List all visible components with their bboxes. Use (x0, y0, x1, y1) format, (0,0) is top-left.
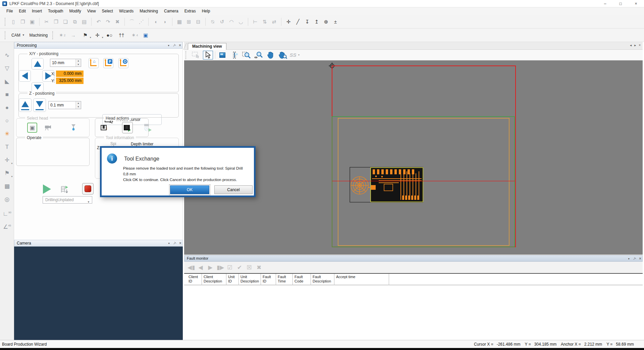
save-layout-icon[interactable]: ▣ (142, 31, 150, 39)
processing-panel-header[interactable]: Processing (14, 42, 182, 49)
erase-icon[interactable]: ⍉ (209, 18, 217, 26)
clear-selected-icon[interactable]: ☒ (246, 264, 253, 271)
paste-icon[interactable]: ❏ (61, 18, 69, 26)
insert-polyline-icon[interactable]: ⌒ (128, 18, 136, 26)
pin-icon[interactable]: ⊤ (632, 256, 637, 261)
fiducial-tool-icon[interactable]: ◎ (2, 194, 12, 205)
pointer-select-button[interactable] (203, 51, 213, 59)
zoom-drag-button[interactable] (254, 51, 264, 59)
ok-button[interactable]: OK (170, 185, 209, 194)
cut-icon[interactable]: ✂ (43, 18, 51, 26)
lasso-select-button[interactable] (191, 51, 201, 59)
xy-step-spinner[interactable]: 10 mm ▲▼ (50, 59, 81, 67)
stop-process-button[interactable] (82, 183, 94, 194)
menu-wizards[interactable]: Wizards (116, 7, 137, 15)
machining-mode-button[interactable]: Machining (28, 32, 51, 38)
toolbar-grip[interactable] (5, 18, 6, 26)
close-button[interactable]: × (628, 0, 644, 7)
menu-edit[interactable]: Edit (16, 7, 29, 15)
column-header-fault-time[interactable]: FaultTime (276, 274, 293, 286)
cancel-button[interactable]: Cancel (214, 185, 253, 194)
jog-y-minus-button[interactable] (32, 82, 44, 92)
panel-menu-icon[interactable]: ▼ (167, 44, 170, 47)
z-level-flag-icon[interactable]: ⚑▼ (81, 31, 89, 39)
image-tool-icon[interactable]: ▩ (2, 181, 12, 191)
menu-file[interactable]: File (3, 7, 16, 15)
ungroup-icon[interactable]: ⊟ (194, 18, 202, 26)
step-down-icon[interactable]: ↧ (303, 18, 311, 26)
combine-icon[interactable]: ▦ (175, 18, 183, 26)
head-down-button[interactable]: ↓ (99, 123, 109, 133)
column-header-unit-description[interactable]: UnitDescription (239, 274, 261, 286)
spin-down-icon[interactable]: ▼ (76, 105, 81, 109)
close-icon[interactable]: × (639, 256, 641, 261)
zoom-window-button[interactable] (241, 51, 252, 59)
open-contour-icon[interactable]: ◖ (152, 18, 160, 26)
menu-select[interactable]: Select (99, 7, 116, 15)
triangle-tool-icon[interactable]: ◣ (2, 77, 12, 87)
copy-icon[interactable]: ❐ (52, 18, 60, 26)
zero-offset-icon[interactable]: ⊕ (322, 18, 330, 26)
pan-zoom-button[interactable] (278, 51, 288, 59)
close-icon[interactable]: × (179, 241, 181, 246)
menu-modify[interactable]: Modify (66, 7, 84, 15)
pin-icon[interactable]: ⊤ (172, 241, 177, 246)
prev-fault-icon[interactable]: ◀ (197, 264, 204, 271)
origin-crosshair-icon[interactable]: ✛▼ (93, 31, 101, 39)
spin-up-icon[interactable]: ▲ (76, 101, 81, 105)
menu-view[interactable]: View (84, 7, 99, 15)
step-up-icon[interactable]: ↥ (313, 18, 321, 26)
panel-menu-icon[interactable]: ▼ (628, 258, 630, 260)
wizard-step2-icon[interactable]: ✶2 (57, 31, 65, 39)
start-spray-button[interactable] (142, 123, 154, 133)
plus-minus-icon[interactable]: ± (331, 18, 339, 26)
chevron-down-icon[interactable]: ▼ (101, 34, 104, 42)
fault-table-body[interactable]: Activar Windows Ve a Configuración para … (184, 285, 643, 340)
column-header-fault-description[interactable]: FaultDescription (311, 274, 334, 286)
next-fault-icon[interactable]: ▶ (207, 264, 214, 271)
process-arrow-icon[interactable]: → (69, 31, 77, 39)
spin-down-icon[interactable]: ▼ (76, 63, 81, 67)
redo-icon[interactable]: ↷ (104, 18, 112, 26)
maximize-button[interactable]: □ (613, 0, 628, 7)
column-header-unit-id[interactable]: UnitID (226, 274, 239, 286)
circle-tool-icon[interactable]: ● (2, 103, 12, 113)
first-fault-icon[interactable]: ◀▮ (187, 264, 194, 271)
pads-icon[interactable]: ●○ (105, 31, 113, 39)
clear-all-icon[interactable]: ✖ (256, 264, 262, 271)
jog-z-plus-button[interactable] (19, 98, 32, 112)
polygon-tool-icon[interactable]: ▽ (2, 63, 12, 74)
jog-x-minus-button[interactable] (19, 70, 31, 82)
column-header-client-id[interactable]: ClientID (187, 274, 202, 286)
toolbar-grip[interactable] (185, 51, 187, 59)
chevron-down-icon[interactable]: ▼ (89, 34, 92, 42)
toolbar-grip[interactable] (5, 31, 6, 39)
move-park-button[interactable]: ▲P (103, 58, 113, 68)
circle-outline-tool-icon[interactable]: ○ (2, 116, 12, 126)
new-file-icon[interactable]: ▯ (9, 18, 17, 26)
dispense-head-button[interactable] (68, 123, 78, 133)
menu-help[interactable]: Help (199, 7, 213, 15)
minimize-button[interactable]: – (597, 0, 613, 7)
insert-points-icon[interactable]: ⋰ (137, 18, 145, 26)
open-file-icon[interactable]: ❒ (19, 18, 27, 26)
start-process-button[interactable] (43, 184, 51, 194)
chevron-down-icon[interactable]: ▼ (11, 159, 13, 169)
last-fault-icon[interactable]: ▮▶ (217, 264, 223, 271)
step-process-button[interactable] (60, 185, 69, 194)
zoom-fit-selection-button[interactable] (229, 51, 239, 59)
jog-z-minus-button[interactable] (33, 98, 46, 112)
tab-machining-view[interactable]: Machining view (188, 43, 226, 50)
arc-cw-icon[interactable]: ◠ (227, 18, 235, 26)
accept-selected-icon[interactable]: ☑ (226, 264, 233, 271)
wizard-step4-icon[interactable]: ✶4 (129, 31, 138, 39)
z-flag-tool-icon[interactable]: ⚑▼ (2, 168, 12, 178)
camera-head-button[interactable] (43, 123, 53, 133)
spline-tool-icon[interactable]: ∿ (2, 50, 12, 60)
angle-45-tool-icon[interactable]: ∠45 (2, 221, 12, 231)
accept-all-icon[interactable]: ✔ (236, 264, 243, 271)
print-icon[interactable]: ▤ (80, 18, 88, 26)
tab-scroll-left-icon[interactable]: ◂ (630, 43, 632, 47)
menu-machining[interactable]: Machining (137, 7, 161, 15)
menu-camera[interactable]: Camera (161, 7, 181, 15)
